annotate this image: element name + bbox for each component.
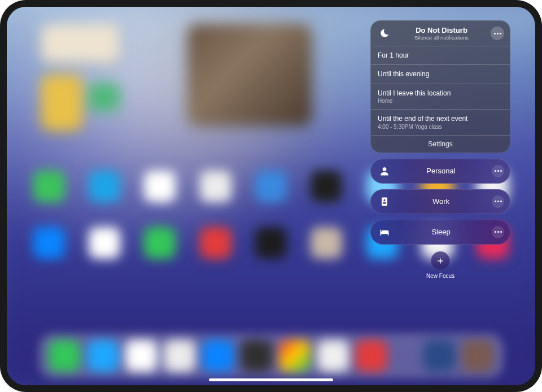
focus-mode-label: Personal [397, 167, 485, 175]
ellipsis-icon [495, 201, 502, 202]
dnd-option-for-1-hour[interactable]: For 1 hour [371, 46, 510, 64]
focus-mode-more-button[interactable] [492, 226, 504, 238]
dnd-option-sublabel: Home [378, 98, 503, 104]
dnd-option-label: For 1 hour [378, 51, 503, 59]
svg-point-0 [383, 167, 387, 171]
new-focus-wrap: New Focus [370, 251, 510, 279]
screen: Do Not Disturb Silence all notifications… [7, 7, 535, 385]
dnd-option-label: Until this evening [378, 70, 503, 78]
person-icon [379, 165, 390, 177]
new-focus-label: New Focus [426, 273, 454, 279]
dnd-option-until-end-next-event[interactable]: Until the end of the next event 4:00 - 5… [371, 109, 510, 134]
bed-icon [379, 227, 390, 238]
focus-mode-label: Sleep [397, 228, 485, 236]
moon-icon [377, 25, 392, 41]
svg-point-2 [383, 199, 385, 201]
ellipsis-icon [495, 231, 502, 233]
plus-icon [436, 257, 444, 265]
focus-mode-label: Work [397, 197, 485, 206]
dnd-option-until-evening[interactable]: Until this evening [371, 64, 510, 83]
focus-mode-more-button[interactable] [492, 165, 504, 177]
svg-rect-1 [382, 197, 387, 206]
ellipsis-icon [495, 170, 502, 172]
home-screen-widgets-blurred [41, 24, 312, 148]
new-focus-button[interactable] [431, 251, 450, 271]
focus-mode-work[interactable]: Work [370, 189, 510, 214]
home-indicator[interactable] [209, 378, 333, 381]
focus-mode-sleep[interactable]: Sleep [370, 220, 510, 245]
svg-point-5 [382, 230, 383, 232]
dnd-option-sublabel: 4:00 - 5:30PM Yoga class [378, 124, 503, 130]
badge-icon [379, 196, 390, 207]
dnd-more-button[interactable] [491, 27, 504, 40]
dnd-header: Do Not Disturb Silence all notifications [371, 21, 510, 46]
dock-blurred [38, 333, 504, 378]
dnd-option-until-leave-location[interactable]: Until I leave this location Home [371, 84, 510, 109]
dnd-subtitle: Silence all notifications [398, 35, 485, 41]
svg-rect-4 [383, 203, 386, 203]
do-not-disturb-panel: Do Not Disturb Silence all notifications… [370, 20, 510, 153]
dnd-title: Do Not Disturb [398, 26, 485, 35]
dnd-option-label: Until I leave this location [378, 89, 503, 97]
focus-mode-more-button[interactable] [492, 195, 504, 208]
ellipsis-icon [494, 33, 501, 34]
focus-menu: Do Not Disturb Silence all notifications… [370, 20, 510, 279]
ipad-frame: Do Not Disturb Silence all notifications… [0, 0, 542, 392]
focus-mode-personal[interactable]: Personal [370, 159, 510, 184]
svg-rect-3 [383, 202, 386, 202]
dnd-settings-button[interactable]: Settings [371, 135, 510, 153]
dnd-option-label: Until the end of the next event [378, 115, 503, 123]
